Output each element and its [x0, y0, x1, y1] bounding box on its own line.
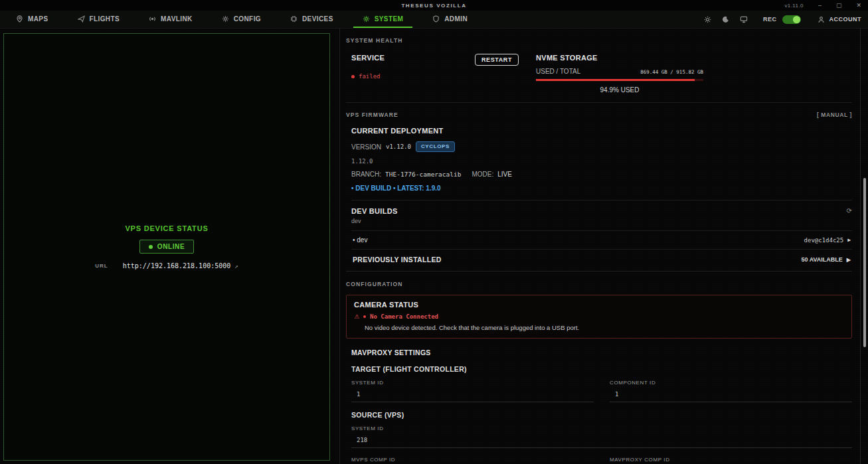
vps-device-panel: VPS DEVICE STATUS ONLINE URL http://192.… [3, 33, 330, 461]
dev-build-name: • dev [353, 236, 367, 244]
vps-firmware-header: VPS FIRMWARE [346, 112, 398, 118]
expand-arrow-icon: ▶ [847, 257, 851, 263]
light-theme-icon[interactable] [703, 16, 712, 23]
nvme-used-total-label: USED / TOTAL [536, 68, 580, 75]
system-theme-icon[interactable] [739, 16, 748, 23]
camera-status-detail: No video device detected. Check that the… [354, 324, 844, 331]
maximize-icon[interactable]: ▢ [836, 3, 842, 9]
nav-tab-label: SYSTEM [375, 15, 404, 23]
nav-tab-system[interactable]: SYSTEM [353, 11, 413, 28]
previously-installed-title: PREVIOUSLY INSTALLED [353, 256, 442, 264]
vps-device-status-title: VPS DEVICE STATUS [125, 224, 208, 232]
dev-builds-title: DEV BUILDS [351, 207, 398, 215]
vps-url-text: http://192.168.218.100:5000 [123, 262, 231, 270]
nav-tab-maps[interactable]: MAPS [7, 11, 58, 28]
target-group-title: TARGET (FLIGHT CONTROLLER) [351, 365, 852, 373]
minimize-icon[interactable]: – [818, 3, 822, 9]
camera-status-text: No Camera Connected [370, 313, 438, 320]
camera-status-title: CAMERA STATUS [354, 301, 844, 309]
online-badge-label: ONLINE [157, 243, 185, 250]
cyclops-badge: CYCLOPS [416, 141, 455, 152]
restart-button[interactable]: RESTART [475, 54, 519, 66]
shield-icon [432, 15, 440, 23]
flight-icon [78, 15, 85, 23]
right-pane-scrollbar[interactable] [863, 28, 867, 464]
previously-installed-row[interactable]: PREVIOUSLY INSTALLED 50 AVAILABLE ▶ [351, 250, 852, 268]
system-health-header: SYSTEM HEALTH [346, 28, 852, 44]
version-label: VERSION [351, 143, 381, 151]
dev-build-note: • DEV BUILD • LATEST: 1.9.0 [351, 185, 852, 192]
url-label: URL [95, 263, 108, 269]
nvme-title: NVME STORAGE [536, 54, 703, 62]
nav-tab-label: DEVICES [302, 15, 333, 23]
close-icon[interactable]: ✕ [856, 3, 861, 9]
divider [351, 200, 852, 200]
nvme-usage-fill [536, 79, 695, 81]
mode-value: LIVE [497, 171, 512, 178]
refresh-icon[interactable]: ⟳ [847, 208, 852, 214]
scrollbar-thumb[interactable] [863, 178, 866, 347]
system-settings-pane: SYSTEM HEALTH SERVICE RESTART failed NVM… [339, 28, 861, 464]
branch-value: THE-1776-cameracalib [385, 171, 461, 178]
titlebar: THESEUS VOZILLA v1.11.0 – ▢ ✕ [0, 0, 868, 11]
nav-tab-admin[interactable]: ADMIN [423, 11, 477, 28]
mvps-comp-id-label: MVPS COMP ID [351, 457, 594, 463]
nav-tab-flights[interactable]: FLIGHTS [68, 11, 130, 28]
nav-tab-label: ADMIN [444, 15, 468, 23]
rec-toggle[interactable] [782, 15, 801, 24]
version-value: v1.12.0 [386, 143, 411, 150]
nvme-used-total-value: 869.44 GB / 915.82 GB [640, 69, 703, 75]
previously-installed-count: 50 AVAILABLE [802, 256, 843, 263]
dark-theme-icon[interactable] [721, 16, 730, 23]
nvme-usage-bar [536, 79, 703, 81]
target-system-id-input[interactable] [351, 389, 594, 402]
nav-tab-config[interactable]: CONFIG [213, 11, 270, 28]
source-system-id-input[interactable] [351, 435, 852, 448]
gear-icon [222, 15, 229, 23]
account-label: ACCOUNT [829, 16, 862, 23]
rec-toggle-knob [793, 16, 800, 23]
dev-build-hash: dev@c1d4c25 [804, 237, 844, 244]
manual-mode-tag[interactable]: [ MANUAL ] [817, 112, 852, 118]
app-title: THESEUS VOZILLA [0, 3, 868, 9]
main-navbar: MAPS FLIGHTS MAVLINK CONFIG DEVICES [0, 11, 868, 29]
current-deployment-title: CURRENT DEPLOYMENT [351, 127, 852, 135]
service-status: failed [359, 73, 381, 80]
camera-error-dot-icon [363, 315, 366, 318]
dev-builds-sub: dev [351, 218, 852, 224]
external-link-icon: ↗ [234, 263, 238, 270]
nav-tab-mavlink[interactable]: MAVLINK [139, 11, 202, 28]
nvme-block: NVME STORAGE USED / TOTAL 869.44 GB / 91… [536, 54, 703, 94]
target-component-id-label: COMPONENT ID [610, 380, 852, 386]
gear-icon [363, 15, 370, 23]
mode-label: MODE: [472, 171, 493, 178]
mavproxy-settings-title: MAVPROXY SETTINGS [351, 348, 852, 356]
dev-build-row[interactable]: • dev dev@c1d4c25 ▶ [351, 230, 852, 250]
service-title: SERVICE [351, 54, 385, 62]
nvme-percent-label: 94.9% USED [536, 86, 703, 94]
service-failed-dot-icon [351, 75, 355, 78]
mavproxy-comp-id-label: MAVPROXY COMP ID [610, 457, 852, 463]
nav-tab-label: FLIGHTS [90, 15, 120, 23]
rec-label: REC [763, 16, 777, 23]
target-component-id-input[interactable] [610, 389, 852, 402]
link-icon [149, 15, 156, 23]
nav-tab-devices[interactable]: DEVICES [281, 11, 343, 28]
branch-label: BRANCH: [351, 171, 381, 178]
nav-tab-label: MAVLINK [161, 15, 193, 23]
service-block: SERVICE RESTART failed [351, 54, 519, 94]
version-sub: 1.12.0 [351, 158, 852, 165]
camera-status-card: CAMERA STATUS ⚠ No Camera Connected No v… [346, 295, 852, 339]
nav-tab-label: MAPS [28, 15, 48, 23]
vps-url-link[interactable]: http://192.168.218.100:5000 ↗ [123, 262, 238, 270]
source-group-title: SOURCE (VPS) [351, 411, 852, 419]
app-version: v1.11.0 [784, 3, 803, 9]
map-pin-icon [16, 15, 23, 23]
online-status-badge: ONLINE [139, 240, 194, 254]
online-dot-icon [149, 245, 153, 249]
account-button[interactable]: ACCOUNT [817, 16, 862, 23]
source-system-id-label: SYSTEM ID [351, 425, 852, 431]
nav-tab-label: CONFIG [234, 15, 261, 23]
chip-icon [290, 15, 298, 23]
warning-icon: ⚠ [354, 314, 359, 320]
